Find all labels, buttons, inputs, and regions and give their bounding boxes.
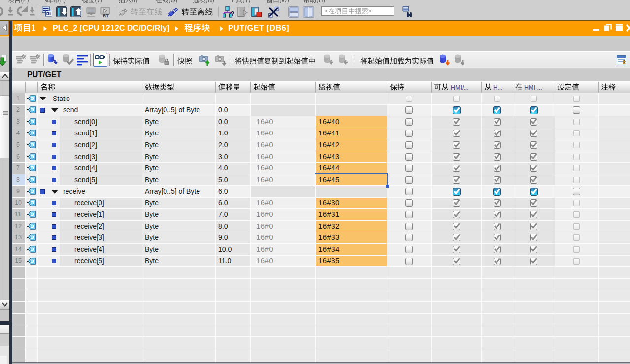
- svg-text:RT: RT: [103, 13, 109, 18]
- svg-text:?: ?: [230, 9, 234, 18]
